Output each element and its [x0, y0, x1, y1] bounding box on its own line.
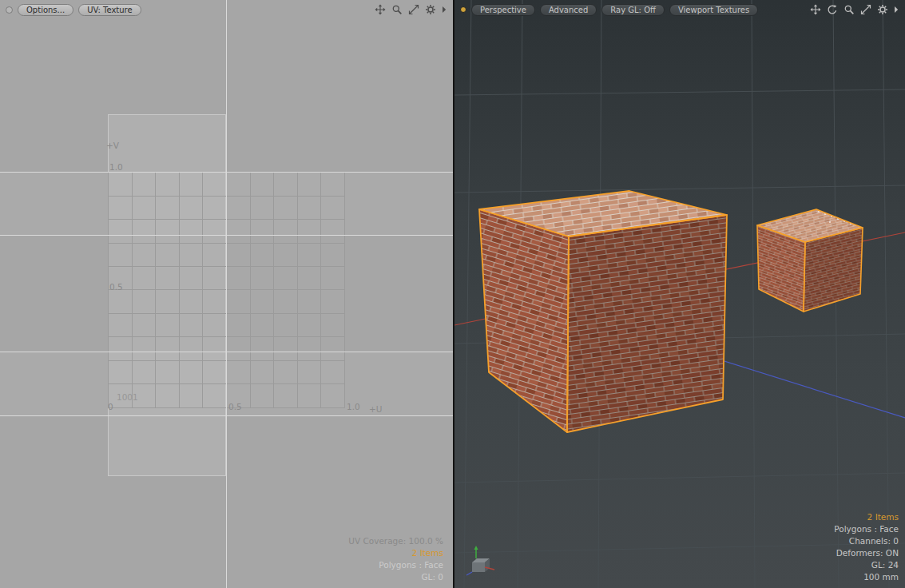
- panel-menu-arrow-icon[interactable]: [442, 6, 447, 14]
- uv-editor-panel: +V 1.0 0.5 1001 0 0.5 1.0 +U Options... …: [0, 0, 453, 588]
- gl-counter: GL: 24: [834, 559, 899, 571]
- uv-header: Options... UV: Texture: [0, 3, 453, 16]
- v-mid-label: 0.5: [109, 282, 123, 292]
- gl-header: Perspective Advanced Ray GL: Off Viewpor…: [454, 3, 905, 16]
- gl-status-readout: 2 Items Polygons : Face Channels: 0 Defo…: [834, 511, 899, 583]
- gl-polygons-mode: Polygons : Face: [834, 523, 899, 535]
- uv-status-readout: UV Coverage: 100.0 % 2 Items Polygons : …: [348, 535, 443, 583]
- uv-coverage-label: UV Coverage: 100.0 %: [348, 535, 443, 547]
- gl-deformers-state: Deformers: ON: [834, 547, 899, 559]
- uv-map-button[interactable]: UV: Texture: [78, 4, 141, 16]
- udim-tile-label: 1001: [117, 392, 138, 402]
- viewport-textures-button[interactable]: Viewport Textures: [669, 4, 758, 16]
- fit-view-icon[interactable]: [860, 4, 871, 15]
- gear-icon[interactable]: [877, 4, 888, 15]
- fit-view-icon[interactable]: [408, 4, 419, 15]
- gl-grid-size: 100 mm: [834, 571, 899, 583]
- uv-polygons-mode: Polygons : Face: [348, 559, 443, 571]
- gl-toolbar: [810, 4, 899, 15]
- shading-mode-button[interactable]: Advanced: [540, 4, 597, 16]
- 3d-viewport-panel: Perspective Advanced Ray GL: Off Viewpor…: [454, 0, 905, 588]
- small-brick-cube[interactable]: [757, 209, 863, 312]
- v-axis-label: +V: [106, 141, 120, 150]
- panel-thumb-widget[interactable]: [6, 6, 13, 14]
- gear-icon[interactable]: [425, 4, 436, 15]
- 3d-viewport-canvas[interactable]: [454, 0, 905, 588]
- uv-toolbar: [375, 4, 447, 15]
- ray-gl-button[interactable]: Ray GL: Off: [601, 4, 665, 16]
- gl-items-count: 2 Items: [834, 511, 899, 523]
- view-mode-button[interactable]: Perspective: [471, 4, 535, 16]
- uv-shell-rect[interactable]: [109, 115, 226, 476]
- gizmo-z-axis: [466, 572, 472, 575]
- gizmo-cube-front: [472, 562, 485, 572]
- gl-channels-count: Channels: 0: [834, 535, 899, 547]
- panel-menu-arrow-icon[interactable]: [894, 6, 899, 14]
- u-max-label: 1.0: [347, 402, 360, 411]
- uv-gl-counter: GL: 0: [348, 571, 443, 583]
- options-button[interactable]: Options...: [18, 4, 73, 16]
- uv-items-count: 2 Items: [348, 547, 443, 559]
- viewport-state-dot[interactable]: [460, 6, 466, 13]
- origin-label: 0: [108, 402, 113, 411]
- u-axis-label: +U: [369, 404, 382, 414]
- modo-split-view: +V 1.0 0.5 1001 0 0.5 1.0 +U Options... …: [0, 0, 905, 588]
- axis-orientation-gizmo: [464, 543, 499, 578]
- orbit-rotate-icon[interactable]: [827, 4, 838, 15]
- uv-grid-canvas[interactable]: +V 1.0 0.5 1001 0 0.5 1.0 +U: [0, 0, 453, 588]
- v-max-label: 1.0: [109, 162, 123, 172]
- zoom-icon[interactable]: [843, 4, 855, 15]
- u-mid-label: 0.5: [228, 402, 242, 411]
- zoom-icon[interactable]: [391, 4, 403, 15]
- pan-icon[interactable]: [375, 4, 386, 15]
- pan-icon[interactable]: [810, 4, 821, 15]
